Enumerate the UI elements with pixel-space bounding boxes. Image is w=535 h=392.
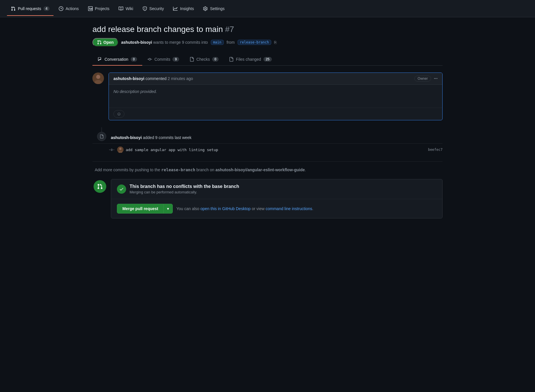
settings-icon [203,6,208,11]
tab-checks-count: 0 [212,57,219,62]
nav-settings-label: Settings [210,6,225,11]
author-avatar [92,73,104,84]
nav-projects-label: Projects [95,6,110,11]
pr-meta-action: wants to merge 9 commits into [153,40,208,45]
nav-projects[interactable]: Projects [84,4,114,13]
emoji-reaction-button[interactable]: ☺ [113,110,124,118]
pr-meta: Open ashutosh-bisoyi wants to merge 9 co… [92,38,443,47]
tab-commits[interactable]: Commits 9 [142,54,184,66]
push-info: Add more commits by pushing to the relea… [92,168,443,172]
main-content: add release branch changes to main #7 Op… [83,17,452,225]
nav-insights-label: Insights [180,6,194,11]
pull-requests-badge: 4 [43,6,50,11]
commit-message: add sample angular app with linting setu… [126,148,426,152]
files-changed-tab-icon [229,57,234,62]
nav-actions[interactable]: Actions [55,4,83,13]
nav-insights[interactable]: Insights [169,4,198,13]
copy-branch-icon[interactable]: ⎘ [274,40,276,45]
pr-title-text: add release branch changes to main [92,25,223,34]
pr-title: add release branch changes to main #7 [92,24,443,35]
merge-actions: Merge pull request ▾ You can also open t… [111,199,442,218]
comment-body-text: No description provided. [113,89,157,94]
comment-header: ashutosh-bisoyi commented 2 minutes ago … [109,73,442,85]
commit-sha: beefec7 [428,148,443,152]
merge-status-subtitle: Merging can be performed automatically. [130,190,239,194]
merge-status-title: This branch has no conflicts with the ba… [130,184,239,189]
comment-footer: ☺ [109,108,442,120]
pr-meta-text: ashutosh-bisoyi wants to merge 9 commits… [121,40,208,45]
conversation-tab-icon [98,57,102,62]
tab-checks-label: Checks [196,57,210,62]
comment-username[interactable]: ashutosh-bisoyi [113,76,144,81]
commit-author-mini-avatar [117,146,124,153]
nav-pull-requests[interactable]: Pull requests 4 [7,4,54,13]
owner-badge: Owner [414,76,431,81]
merge-icon-box [94,180,106,193]
actions-icon [59,6,63,11]
security-icon [143,6,147,11]
svg-point-1 [96,75,100,79]
pr-from-text: from [227,40,235,45]
pr-status-label: Open [103,40,114,45]
conversation-area: ashutosh-bisoyi commented 2 minutes ago … [92,73,443,120]
tab-commits-label: Commits [154,57,170,62]
pr-status-badge[interactable]: Open [92,38,118,47]
emoji-icon: ☺ [117,111,121,116]
commit-activity-text: ashutosh-bisoyi added 9 commits last wee… [111,127,191,141]
comment-time: 2 minutes ago [168,76,193,81]
tab-files-changed-count: 25 [263,57,272,62]
merge-btn-group: Merge pull request ▾ [117,204,173,214]
author-avatar-img [92,73,104,84]
divider [92,161,443,162]
projects-icon [88,6,93,11]
comment-author-info: ashutosh-bisoyi commented 2 minutes ago [113,76,193,81]
pr-author: ashutosh-bisoyi [121,40,152,45]
tab-conversation-count: 0 [131,57,137,62]
commits-tab-icon [147,57,152,62]
comment-header-right: Owner ··· [414,76,438,81]
tab-conversation[interactable]: Conversation 0 [92,54,142,66]
nav-settings[interactable]: Settings [199,4,229,13]
nav-security[interactable]: Security [139,4,168,13]
merge-status-header: This branch has no conflicts with the ba… [111,179,442,199]
tab-commits-count: 9 [172,57,179,62]
merge-pull-request-button[interactable]: Merge pull request [117,204,163,214]
commit-activity-row: ashutosh-bisoyi added 9 commits last wee… [92,127,443,141]
pr-base-branch[interactable]: main [211,40,224,45]
tab-files-changed-label: Files changed [236,57,261,62]
pr-number: #7 [225,25,234,34]
commit-row: -o- add sample angular app with linting … [92,143,443,156]
pr-head-branch[interactable]: release-branch [238,40,271,45]
nav-actions-label: Actions [66,6,79,11]
comment-action: commented [145,76,168,81]
tab-conversation-label: Conversation [105,57,128,62]
nav-wiki[interactable]: Wiki [115,4,137,13]
merge-status-text: This branch has no conflicts with the ba… [130,184,239,194]
insights-icon [173,6,178,11]
merge-also-text: You can also open this in GitHub Desktop… [176,206,313,211]
nav-wiki-label: Wiki [126,6,133,11]
merge-git-icon [97,184,103,189]
top-nav: Pull requests 4 Actions Projects Wiki [0,0,535,17]
merge-check-icon [117,184,126,194]
checks-tab-icon [189,57,194,62]
merge-status-box: This branch has no conflicts with the ba… [111,179,443,218]
merge-dropdown-button[interactable]: ▾ [163,204,173,214]
comment-body: No description provided. [109,85,442,108]
pull-request-icon [11,6,16,11]
nav-security-label: Security [149,6,164,11]
open-pr-icon [97,40,102,45]
comment-box: ashutosh-bisoyi commented 2 minutes ago … [109,73,443,120]
merge-area: This branch has no conflicts with the ba… [92,179,443,218]
tab-files-changed[interactable]: Files changed 25 [224,54,277,66]
comment-more-button[interactable]: ··· [434,76,438,81]
svg-point-4 [119,148,122,150]
commit-activity-icon [97,132,106,141]
pr-tabs: Conversation 0 Commits 9 Checks 0 Files … [92,54,443,66]
tab-checks[interactable]: Checks 0 [184,54,224,66]
avatar-svg [92,73,104,84]
wiki-icon [119,6,123,11]
nav-pull-requests-label: Pull requests [18,6,41,11]
commit-branch-icon: -o- [109,148,115,152]
